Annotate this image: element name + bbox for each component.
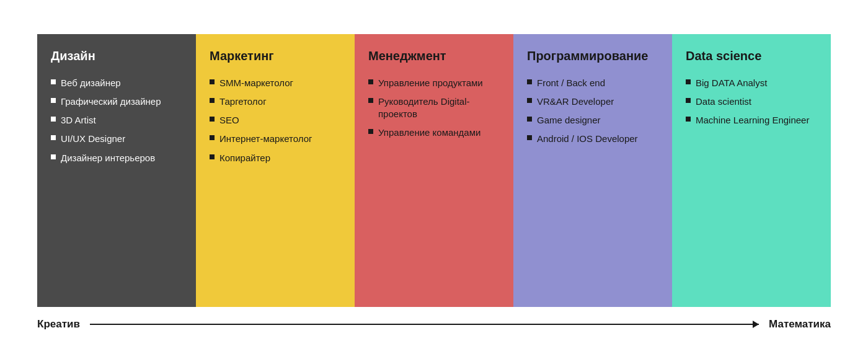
main-container: ДизайнВеб дизайнерГрафический дизайнер3D… [37,34,831,331]
item-text: Графический дизайнер [61,95,161,108]
list-item: Дизайнер интерьеров [51,152,182,164]
bullet-icon [527,135,532,140]
column-title-management: Менеджмент [368,49,500,63]
item-text: Таргетолог [219,95,267,108]
list-item: Таргетолог [210,95,341,108]
bullet-icon [51,135,56,140]
arrow-container [90,324,759,325]
bullet-icon [51,98,56,103]
item-text: SMM-маркетолог [219,77,293,89]
item-text: Копирайтер [219,152,270,164]
bullet-icon [210,117,215,122]
bullet-icon [210,154,215,159]
kreativ-label: Креатив [37,318,80,331]
list-item: Управление продуктами [368,77,500,89]
item-text: Big DATA Analyst [696,77,767,89]
list-item: Data scientist [686,95,817,108]
bullet-icon [527,79,532,84]
column-management: МенеджментУправление продуктамиРуководит… [355,34,513,307]
column-programming: ПрограммированиеFront / Back endVR&AR De… [513,34,672,307]
list-item: Управление командами [368,127,500,139]
bullet-icon [527,98,532,103]
item-text: Управление продуктами [378,77,483,89]
item-text: 3D Artist [61,114,96,127]
bullet-icon [686,98,691,103]
column-title-programming: Программирование [527,49,658,63]
bullet-icon [686,79,691,84]
item-text: Game designer [537,114,601,127]
list-item: 3D Artist [51,114,182,127]
columns-row: ДизайнВеб дизайнерГрафический дизайнер3D… [37,34,831,307]
bullet-icon [368,98,373,103]
item-text: UI/UX Designer [61,133,125,145]
column-design: ДизайнВеб дизайнерГрафический дизайнер3D… [37,34,196,307]
bullet-icon [51,79,56,84]
list-item: UI/UX Designer [51,133,182,145]
list-item: Game designer [527,114,658,127]
list-item: Big DATA Analyst [686,77,817,89]
bottom-row: Креатив Математика [37,307,831,331]
list-item: Руководитель Digital-проектов [368,95,500,121]
arrow-line [90,324,759,325]
list-item: Графический дизайнер [51,95,182,108]
column-title-marketing: Маркетинг [210,49,341,63]
column-title-datascience: Data science [686,49,817,63]
items-list-design: Веб дизайнерГрафический дизайнер3D Artis… [51,77,182,164]
list-item: SEO [210,114,341,127]
items-list-marketing: SMM-маркетологТаргетологSEOИнтернет-марк… [210,77,341,164]
list-item: Front / Back end [527,77,658,89]
bullet-icon [368,79,373,84]
list-item: Копирайтер [210,152,341,164]
bullet-icon [51,117,56,122]
item-text: SEO [219,114,239,127]
list-item: Веб дизайнер [51,77,182,89]
list-item: Machine Learning Engineer [686,114,817,127]
bullet-icon [527,117,532,122]
items-list-management: Управление продуктамиРуководитель Digita… [368,77,500,140]
column-datascience: Data scienceBig DATA AnalystData scienti… [672,34,831,307]
list-item: VR&AR Developer [527,95,658,108]
list-item: Android / IOS Developer [527,133,658,145]
item-text: Data scientist [696,95,751,108]
item-text: Веб дизайнер [61,77,121,89]
item-text: Дизайнер интерьеров [61,152,155,164]
item-text: Руководитель Digital-проектов [378,95,500,121]
column-title-design: Дизайн [51,49,182,63]
item-text: Интернет-маркетолог [219,133,312,145]
item-text: Front / Back end [537,77,605,89]
item-text: Machine Learning Engineer [696,114,809,127]
bullet-icon [368,129,373,134]
bullet-icon [686,117,691,122]
bullet-icon [210,98,215,103]
bullet-icon [210,79,215,84]
items-list-programming: Front / Back endVR&AR DeveloperGame desi… [527,77,658,146]
matematika-label: Математика [769,318,831,331]
column-marketing: МаркетингSMM-маркетологТаргетологSEOИнте… [196,34,355,307]
list-item: Интернет-маркетолог [210,133,341,145]
bullet-icon [210,135,215,140]
list-item: SMM-маркетолог [210,77,341,89]
bullet-icon [51,154,56,159]
item-text: Android / IOS Developer [537,133,638,145]
items-list-datascience: Big DATA AnalystData scientistMachine Le… [686,77,817,127]
item-text: Управление командами [378,127,480,139]
item-text: VR&AR Developer [537,95,614,108]
